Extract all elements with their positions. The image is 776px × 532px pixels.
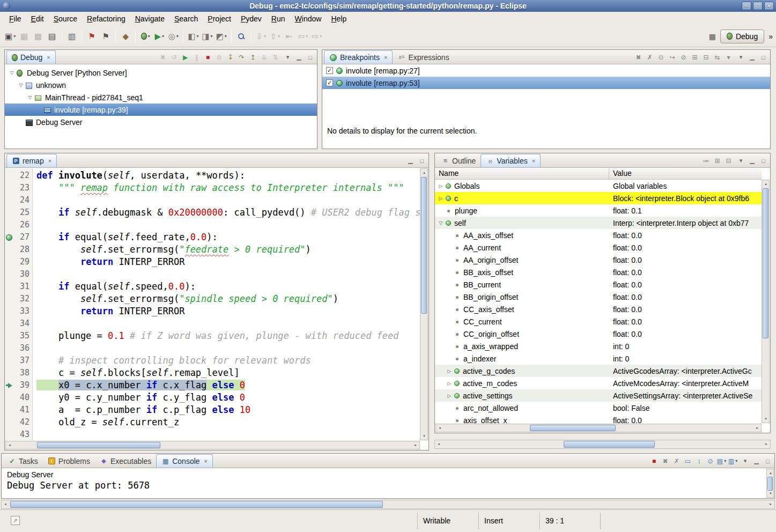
open-console-button[interactable]: ▥▾ bbox=[728, 456, 738, 466]
scrollbar-thumb[interactable] bbox=[37, 442, 160, 448]
forward-button[interactable]: ⇨▾ bbox=[310, 29, 324, 43]
variable-row[interactable]: plungefloat: 0.1 bbox=[435, 204, 762, 217]
display-selected-console-button[interactable]: ▤▾ bbox=[716, 456, 727, 466]
variable-row[interactable]: AA_axis_offsetfloat: 0.0 bbox=[435, 229, 762, 241]
code-line-28[interactable]: self.set_errormsg("feedrate > 0 required… bbox=[36, 243, 420, 256]
maximize-button[interactable]: □ bbox=[753, 2, 763, 10]
remove-all-terminated-button[interactable]: ✖ bbox=[158, 52, 168, 62]
remove-selected-breakpoints-button[interactable]: ✖ bbox=[633, 52, 644, 62]
variable-row[interactable]: BB_origin_offsetfloat: 0.0 bbox=[435, 291, 762, 303]
variable-row[interactable]: ▷active_settingsActiveSettingsArray: <in… bbox=[435, 389, 762, 402]
code-line-31[interactable]: if equal(self.speed,0.0): bbox=[36, 280, 420, 293]
toolbar-overflow-chevron[interactable]: » bbox=[768, 32, 773, 41]
collapse-all-button[interactable]: ⊟ bbox=[723, 156, 734, 166]
console-horizontal-scrollbar[interactable]: ◂ ▸ bbox=[1, 500, 775, 509]
close-icon[interactable]: × bbox=[204, 458, 208, 464]
code-line-23[interactable]: """ remap function with raw access to In… bbox=[36, 182, 420, 194]
scroll-up-icon[interactable]: ▴ bbox=[420, 169, 428, 176]
remove-all-breakpoints-button[interactable]: ✗ bbox=[645, 52, 655, 62]
code-line-41[interactable]: a = c.p_number if c.p_flag else 10 bbox=[36, 404, 420, 416]
expander-icon[interactable]: ▷ bbox=[446, 393, 453, 398]
debug-launch-button[interactable]: ▾ bbox=[138, 29, 152, 43]
add-breakpoint-menu-button[interactable]: ▾ bbox=[723, 52, 734, 62]
expander-icon[interactable]: ▽ bbox=[17, 83, 25, 88]
debug-tab-debug[interactable]: Debug× bbox=[6, 50, 56, 64]
back-button[interactable]: ⇦▾ bbox=[296, 29, 310, 43]
code-line-38[interactable]: c = self.blocks[self.remap_level] bbox=[36, 367, 420, 379]
save-all-button[interactable]: ▩ bbox=[31, 29, 45, 43]
fast-view-icon[interactable]: ↗ bbox=[11, 516, 20, 525]
scrollbar-thumb[interactable] bbox=[530, 425, 616, 431]
variables-table[interactable]: ▷GlobalsGlobal variables▷cBlock: <interp… bbox=[435, 180, 762, 423]
view-menu-button[interactable]: ▾ bbox=[740, 456, 750, 466]
menu-source[interactable]: Source bbox=[49, 13, 82, 25]
maximize-view-button[interactable]: □ bbox=[417, 156, 427, 166]
menu-navigate[interactable]: Navigate bbox=[130, 13, 169, 25]
code-line-30[interactable] bbox=[36, 268, 420, 280]
code-line-43[interactable] bbox=[36, 428, 420, 440]
new-pydev-class-button[interactable]: ◩▾ bbox=[215, 29, 228, 43]
scrollbar-thumb[interactable] bbox=[10, 501, 383, 508]
expander-icon[interactable]: ▽ bbox=[26, 95, 34, 100]
code-line-34[interactable] bbox=[36, 317, 420, 330]
variable-row[interactable]: AA_currentfloat: 0.0 bbox=[435, 241, 762, 254]
scrollbar-thumb[interactable] bbox=[421, 177, 427, 314]
minimize-view-button[interactable]: ▁ bbox=[405, 156, 416, 166]
code-line-33[interactable]: return INTERP_ERROR bbox=[36, 305, 420, 317]
scroll-left-icon[interactable]: ◂ bbox=[2, 500, 9, 508]
expander-icon[interactable]: ▷ bbox=[446, 381, 453, 386]
open-console-toolbar-button[interactable]: ▥ bbox=[65, 29, 79, 43]
variable-row[interactable]: axis_offset_xfloat: 0.0 bbox=[435, 414, 762, 423]
previous-annotation-button[interactable]: ⇧▾ bbox=[268, 29, 282, 43]
minimize-view-button[interactable]: ▁ bbox=[747, 156, 757, 166]
expander-icon[interactable]: ▷ bbox=[446, 368, 453, 374]
step-into-button[interactable]: ↧ bbox=[225, 52, 235, 62]
editor-tab-remap[interactable]: remap× bbox=[6, 154, 57, 167]
close-icon[interactable]: × bbox=[48, 158, 51, 164]
editor-marker-bar[interactable] bbox=[5, 168, 13, 440]
skip-all-breakpoints-button[interactable]: ⊘ bbox=[678, 52, 689, 62]
variable-row[interactable]: ▽selfInterp: <interpreter.Interp object … bbox=[435, 217, 762, 229]
last-edit-location-button[interactable]: ⇤ bbox=[282, 29, 296, 43]
scroll-right-icon[interactable]: ▸ bbox=[412, 441, 419, 449]
variable-row[interactable]: CC_currentfloat: 0.0 bbox=[435, 315, 762, 328]
variable-row[interactable]: BB_axis_offsetfloat: 0.0 bbox=[435, 266, 762, 278]
variable-row[interactable]: BB_currentfloat: 0.0 bbox=[435, 278, 762, 291]
close-icon[interactable]: × bbox=[532, 158, 535, 164]
right-pane-horizontal-scrollbar[interactable]: ◂ ▸ bbox=[434, 440, 771, 449]
console-output-area[interactable]: Debug Server Debug Server at port: 5678 bbox=[2, 469, 766, 498]
run-launch-button[interactable]: ▶▾ bbox=[152, 29, 166, 43]
bottom-tab-problems[interactable]: Problems bbox=[43, 454, 95, 468]
code-line-36[interactable] bbox=[36, 342, 420, 354]
debug-tree-item[interactable]: Debug Server bbox=[5, 116, 317, 128]
scroll-down-icon[interactable]: ▾ bbox=[762, 415, 770, 423]
scroll-lock-button[interactable]: ↕ bbox=[694, 456, 704, 466]
breakpoint-row[interactable]: ✓involute [remap.py:27] bbox=[322, 64, 770, 77]
go-to-file-for-breakpoint-button[interactable]: ↪ bbox=[667, 52, 677, 62]
menu-edit[interactable]: Edit bbox=[26, 13, 49, 25]
scroll-right-icon[interactable]: ▸ bbox=[753, 424, 761, 432]
breakpoints-tab-expressions[interactable]: Expressions bbox=[393, 50, 454, 64]
minimize-view-button[interactable]: ▁ bbox=[747, 52, 757, 62]
restart-button[interactable]: ↺ bbox=[169, 52, 179, 62]
breakpoint-checkbox[interactable]: ✓ bbox=[326, 79, 333, 86]
pin-console-button[interactable]: ⊙ bbox=[705, 456, 715, 466]
next-annotation-button[interactable]: ⇩▾ bbox=[254, 29, 268, 43]
maximize-view-button[interactable]: □ bbox=[763, 456, 773, 466]
menu-search[interactable]: Search bbox=[169, 13, 203, 25]
scroll-down-icon[interactable]: ▾ bbox=[420, 432, 428, 440]
maximize-view-button[interactable]: □ bbox=[305, 52, 315, 62]
variables-horizontal-scrollbar[interactable]: ◂ ▸ bbox=[435, 424, 762, 432]
scroll-left-icon[interactable]: ◂ bbox=[6, 441, 13, 449]
maximize-view-button[interactable]: □ bbox=[758, 52, 768, 62]
code-line-39[interactable]: x0 = c.x_number if c.x_flag else 0 bbox=[36, 379, 420, 391]
expander-icon[interactable]: ▽ bbox=[8, 70, 16, 76]
search-button[interactable] bbox=[234, 29, 248, 43]
scrollbar-thumb[interactable] bbox=[564, 441, 655, 448]
breakpoint-checkbox[interactable]: ✓ bbox=[326, 67, 333, 74]
minimize-view-button[interactable]: ▁ bbox=[751, 456, 762, 466]
code-line-29[interactable]: return INTERP_ERROR bbox=[36, 256, 420, 268]
bottom-tab-executables[interactable]: Executables bbox=[95, 454, 156, 468]
right-tab-variables[interactable]: Variables× bbox=[481, 154, 541, 167]
save-button[interactable]: ▦ bbox=[17, 29, 31, 43]
